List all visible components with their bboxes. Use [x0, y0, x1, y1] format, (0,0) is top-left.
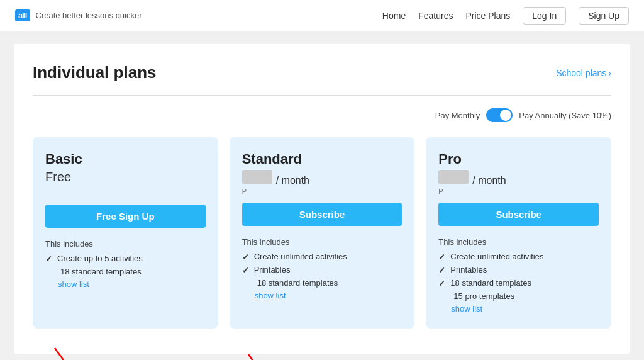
svg-line-3	[248, 354, 274, 360]
feature-item: 18 standard templates	[45, 267, 206, 276]
plan-card-basic: Basic Free Free Sign Up This includes ✓ …	[33, 137, 218, 329]
nav-tagline: Create better lessons quicker	[35, 11, 142, 20]
nav-links: Home Features Price Plans Log In Sign Up	[382, 7, 629, 25]
annual-label: Pay Annually (Save 10%)	[519, 111, 611, 120]
includes-label-basic: This includes	[45, 239, 206, 249]
price-blurred-pro	[438, 170, 469, 184]
price-blurred-standard	[242, 170, 272, 184]
check-icon: ✓	[45, 254, 52, 264]
plan-name-standard: Standard	[242, 151, 402, 167]
arrow-standard	[242, 351, 299, 360]
feature-list-pro: ✓ Create unlimited activities ✓ Printabl…	[438, 252, 599, 301]
logo: all Create better lessons quicker	[15, 9, 142, 21]
monthly-label: Pay Monthly	[435, 111, 480, 120]
price-row-pro: / month	[438, 170, 599, 186]
divider	[33, 95, 611, 96]
show-list-basic[interactable]: show list	[58, 279, 206, 289]
plan-card-pro: Pro / month P Subscribe This includes ✓ …	[426, 137, 611, 329]
includes-label-pro: This includes	[438, 237, 599, 247]
nav-home[interactable]: Home	[382, 11, 406, 21]
nav-features[interactable]: Features	[418, 11, 453, 21]
includes-label-standard: This includes	[242, 237, 402, 247]
feature-item: ✓ Printables	[242, 265, 402, 275]
subscribe-button-pro[interactable]: Subscribe	[438, 203, 599, 226]
page-title: Individual plans	[33, 63, 156, 82]
feature-item: ✓ Create unlimited activities	[438, 252, 599, 262]
toggle-knob	[500, 110, 511, 121]
price-period-pro: / month	[472, 175, 506, 186]
plan-price-basic: Free	[45, 170, 206, 184]
page-header: Individual plans School plans ›	[33, 63, 611, 82]
free-signup-button[interactable]: Free Sign Up	[45, 205, 206, 228]
billing-toggle[interactable]	[486, 108, 513, 122]
check-icon: ✓	[438, 279, 445, 288]
subscribe-button-standard[interactable]: Subscribe	[242, 203, 402, 226]
plans-grid: Basic Free Free Sign Up This includes ✓ …	[33, 137, 611, 329]
show-list-pro[interactable]: show list	[451, 304, 599, 313]
feature-list-basic: ✓ Create up to 5 activities 18 standard …	[45, 254, 206, 276]
navbar: all Create better lessons quicker Home F…	[0, 0, 644, 31]
signup-button[interactable]: Sign Up	[579, 7, 629, 25]
feature-list-standard: ✓ Create unlimited activities ✓ Printabl…	[242, 252, 402, 288]
show-list-standard[interactable]: show list	[255, 291, 402, 300]
feature-item: 15 pro templates	[438, 291, 599, 301]
nav-price-plans[interactable]: Price Plans	[465, 11, 510, 21]
check-icon: ✓	[242, 266, 249, 275]
feature-item: ✓ Create unlimited activities	[242, 252, 402, 262]
logo-icon: all	[15, 9, 30, 21]
price-p-standard: P	[242, 188, 402, 195]
feature-item: ✓ Printables	[438, 265, 599, 275]
check-icon: ✓	[242, 252, 249, 262]
billing-toggle-row: Pay Monthly Pay Annually (Save 10%)	[33, 108, 611, 122]
check-icon: ✓	[438, 266, 445, 275]
arrow-basic	[52, 345, 102, 360]
feature-item: ✓ 18 standard templates	[438, 278, 599, 288]
main-content: Individual plans School plans › Pay Mont…	[14, 44, 630, 354]
price-p-pro: P	[438, 188, 599, 195]
check-icon: ✓	[438, 252, 445, 262]
svg-line-1	[55, 348, 80, 360]
feature-item: ✓ Create up to 5 activities	[45, 254, 206, 264]
plan-card-standard: Standard / month P Subscribe This includ…	[230, 137, 415, 329]
plan-name-basic: Basic	[45, 151, 206, 167]
login-button[interactable]: Log In	[523, 7, 566, 25]
price-row-standard: / month	[242, 170, 402, 186]
school-plans-link[interactable]: School plans ›	[556, 68, 611, 78]
feature-item: 18 standard templates	[242, 278, 402, 288]
price-period-standard: / month	[276, 175, 309, 186]
plan-name-pro: Pro	[438, 151, 599, 167]
